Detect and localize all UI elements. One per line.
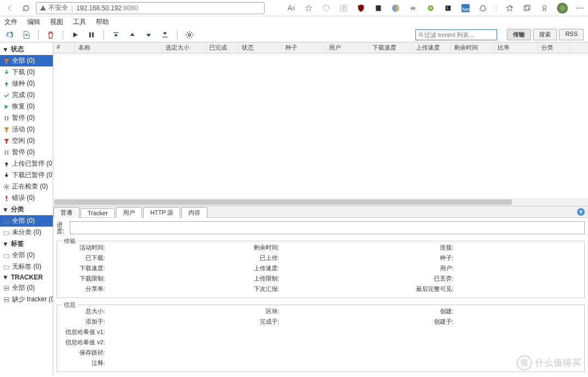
svg-point-24 xyxy=(5,186,7,187)
btab-tracker[interactable]: Tracker xyxy=(81,208,115,217)
arrow-up-blue-icon xyxy=(3,81,10,87)
sidebar-header-tags[interactable]: ▼标签 xyxy=(0,238,53,250)
sidebar-item-tracker-1[interactable]: 缺少 tracker (0) xyxy=(0,294,53,305)
col-ratio[interactable]: 比率 xyxy=(494,42,538,53)
col-dlspeed[interactable]: 下载速度 xyxy=(369,42,413,53)
progress-row: 进度: xyxy=(53,218,588,238)
sidebar-item-status-10[interactable]: 下载已暂停 (0) xyxy=(0,169,53,181)
sidebar-item-category-0[interactable]: 全部 (0) xyxy=(0,215,53,227)
col-num[interactable]: # xyxy=(53,42,75,53)
sidebar-header-category[interactable]: ▼分类 xyxy=(0,204,53,215)
pause-button[interactable] xyxy=(86,29,97,40)
favorites-star-icon[interactable] xyxy=(505,3,514,13)
menu-file[interactable]: 文件 xyxy=(4,17,17,27)
filter-input[interactable] xyxy=(424,32,494,38)
new-tab-icon[interactable]: New xyxy=(461,3,470,13)
add-link-button[interactable] xyxy=(4,29,15,40)
move-top-button[interactable] xyxy=(111,29,121,40)
evernote-icon[interactable] xyxy=(373,3,383,13)
btab-content[interactable]: 内容 xyxy=(181,207,207,218)
folder-icon xyxy=(3,218,10,224)
sidebar-item-label: 全部 (0) xyxy=(12,283,35,293)
menu-edit[interactable]: 编辑 xyxy=(27,17,40,27)
tab-rss[interactable]: RSS xyxy=(559,29,584,40)
sidebar-item-tags-0[interactable]: 全部 (0) xyxy=(0,250,53,261)
col-upspeed[interactable]: 上传速度 xyxy=(413,42,451,53)
download-icon[interactable] xyxy=(426,3,436,13)
col-size[interactable]: 选定大小 xyxy=(162,42,206,53)
horizontal-scrollbar[interactable] xyxy=(53,198,588,206)
menu-view[interactable]: 视图 xyxy=(50,17,63,27)
resume-button[interactable] xyxy=(70,29,81,40)
sidebar-item-status-11[interactable]: 正在检查 (0) xyxy=(0,181,53,192)
info-row: 剩余时间: xyxy=(236,244,406,252)
add-file-button[interactable] xyxy=(21,29,32,40)
sidebar-item-status-6[interactable]: 活动 (0) xyxy=(0,124,53,135)
profile-avatar[interactable] xyxy=(557,3,568,14)
settings-button[interactable] xyxy=(184,29,195,40)
menu-help[interactable]: 帮助 xyxy=(96,17,109,27)
extensions-icon[interactable] xyxy=(478,3,488,13)
favorite-icon[interactable] xyxy=(304,3,314,13)
filter-box[interactable] xyxy=(415,29,497,40)
sidebar-item-status-7[interactable]: 空闲 (0) xyxy=(0,135,53,147)
table-body[interactable] xyxy=(53,53,588,198)
watermark: 值 什么值得买 xyxy=(517,355,581,370)
url-bar[interactable]: 不安全 | 192.168.50.192:8080 xyxy=(36,2,265,14)
firefox-icon[interactable] xyxy=(391,3,401,13)
btab-peers[interactable]: 用户 xyxy=(116,207,142,218)
sidebar-item-status-2[interactable]: 做种 (0) xyxy=(0,78,53,89)
sidebar-item-status-5[interactable]: 暂停 (0) xyxy=(0,112,53,124)
btab-general[interactable]: 普通 xyxy=(53,207,79,218)
sidebar-item-status-3[interactable]: 完成 (0) xyxy=(0,89,53,101)
col-peers[interactable]: 用户 xyxy=(326,42,369,53)
btab-http[interactable]: HTTP 源 xyxy=(143,207,181,218)
tab-transfers[interactable]: 传输 xyxy=(507,29,531,40)
collections-icon[interactable] xyxy=(522,3,532,13)
warning-icon xyxy=(40,5,46,11)
refresh-button[interactable] xyxy=(20,2,33,15)
info-row: 下次汇报: xyxy=(236,285,406,293)
delete-button[interactable] xyxy=(45,29,56,40)
sidebar-item-status-0[interactable]: 全部 (0) xyxy=(0,55,53,66)
sidebar-item-status-9[interactable]: 上传已暂停 (0) xyxy=(0,158,53,169)
sidebar-item-status-4[interactable]: 恢复 (0) xyxy=(0,101,53,112)
collapse-panel-button[interactable]: ▼ xyxy=(577,208,585,216)
sidebar-item-status-1[interactable]: 下载 (0) xyxy=(0,66,53,78)
arrow-down-green-icon xyxy=(3,69,10,76)
info-row: 连接: xyxy=(410,244,580,252)
col-eta[interactable]: 剩余时间 xyxy=(451,42,494,53)
col-status[interactable]: 状态 xyxy=(238,42,282,53)
insecure-label: 不安全 xyxy=(48,3,68,13)
move-up-button[interactable] xyxy=(127,29,138,40)
sidebar-header-status[interactable]: ▼状态 xyxy=(0,44,53,55)
infinity-icon[interactable]: ∞ xyxy=(408,3,418,13)
col-name[interactable]: 名称 xyxy=(75,42,162,53)
sidebar-item-category-1[interactable]: 未分类 (0) xyxy=(0,227,53,238)
list-icon[interactable]: L xyxy=(443,3,453,13)
sidebar-item-status-8[interactable]: 暂停 (0) xyxy=(0,147,53,158)
sidebar-item-status-12[interactable]: 错误 (0) xyxy=(0,192,53,204)
sidebar-item-tracker-0[interactable]: 全部 (0) xyxy=(0,282,53,294)
svg-rect-21 xyxy=(7,116,8,120)
back-button[interactable] xyxy=(3,2,16,15)
translate-icon[interactable]: 文 xyxy=(339,3,348,13)
shield-icon[interactable] xyxy=(321,3,331,13)
sidebar-item-label: 错误 (0) xyxy=(12,193,35,203)
col-cat[interactable]: 分类 xyxy=(538,42,571,53)
ublock-icon[interactable] xyxy=(356,3,366,13)
menu-tools[interactable]: 工具 xyxy=(73,17,86,27)
tab-search[interactable]: 搜索 xyxy=(533,29,557,40)
move-bottom-button[interactable] xyxy=(160,29,170,40)
move-down-button[interactable] xyxy=(143,29,154,40)
read-aloud-icon[interactable]: A)) xyxy=(286,3,296,13)
more-menu[interactable]: ⋯ xyxy=(575,3,585,13)
info-row: 已丢弃: xyxy=(410,275,580,283)
col-seeds[interactable]: 种子 xyxy=(282,42,326,53)
rewards-icon[interactable] xyxy=(540,3,549,13)
col-done[interactable]: 已完成 xyxy=(206,42,238,53)
sidebar-item-tags-1[interactable]: 无标签 (0) xyxy=(0,261,53,272)
sidebar-header-tracker[interactable]: ▼TRACKER xyxy=(0,272,53,282)
progress-bar xyxy=(70,221,585,234)
info-row: 信息哈希值 v2: xyxy=(62,338,580,346)
